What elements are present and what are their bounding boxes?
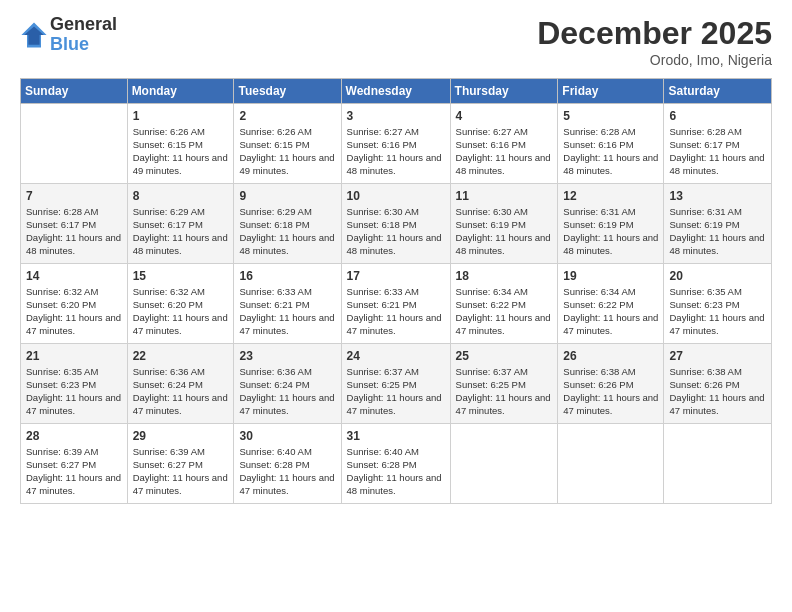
cell-w2-d7: 13Sunrise: 6:31 AMSunset: 6:19 PMDayligh…: [664, 184, 772, 264]
cell-day-number: 26: [563, 348, 658, 364]
cell-sunrise: Sunrise: 6:35 AM: [669, 286, 766, 299]
header-sunday: Sunday: [21, 79, 128, 104]
cell-sunset: Sunset: 6:15 PM: [239, 139, 335, 152]
cell-daylight: Daylight: 11 hours and 48 minutes.: [133, 232, 229, 258]
cell-daylight: Daylight: 11 hours and 48 minutes.: [347, 152, 445, 178]
cell-w1-d2: 1Sunrise: 6:26 AMSunset: 6:15 PMDaylight…: [127, 104, 234, 184]
week-row-3: 14Sunrise: 6:32 AMSunset: 6:20 PMDayligh…: [21, 264, 772, 344]
cell-sunrise: Sunrise: 6:33 AM: [239, 286, 335, 299]
cell-w5-d4: 31Sunrise: 6:40 AMSunset: 6:28 PMDayligh…: [341, 424, 450, 504]
cell-daylight: Daylight: 11 hours and 49 minutes.: [133, 152, 229, 178]
cell-day-number: 23: [239, 348, 335, 364]
cell-sunset: Sunset: 6:22 PM: [456, 299, 553, 312]
cell-sunset: Sunset: 6:27 PM: [133, 459, 229, 472]
cell-sunrise: Sunrise: 6:37 AM: [456, 366, 553, 379]
cell-sunrise: Sunrise: 6:35 AM: [26, 366, 122, 379]
cell-daylight: Daylight: 11 hours and 47 minutes.: [669, 392, 766, 418]
cell-sunset: Sunset: 6:19 PM: [669, 219, 766, 232]
cell-sunset: Sunset: 6:26 PM: [563, 379, 658, 392]
cell-w1-d4: 3Sunrise: 6:27 AMSunset: 6:16 PMDaylight…: [341, 104, 450, 184]
cell-day-number: 7: [26, 188, 122, 204]
cell-day-number: 19: [563, 268, 658, 284]
cell-sunset: Sunset: 6:24 PM: [133, 379, 229, 392]
cell-day-number: 17: [347, 268, 445, 284]
week-row-4: 21Sunrise: 6:35 AMSunset: 6:23 PMDayligh…: [21, 344, 772, 424]
cell-sunrise: Sunrise: 6:34 AM: [456, 286, 553, 299]
cell-daylight: Daylight: 11 hours and 47 minutes.: [347, 312, 445, 338]
cell-w5-d6: [558, 424, 664, 504]
logo-general-text: General: [50, 15, 117, 35]
cell-sunset: Sunset: 6:22 PM: [563, 299, 658, 312]
cell-sunset: Sunset: 6:23 PM: [669, 299, 766, 312]
cell-sunrise: Sunrise: 6:28 AM: [26, 206, 122, 219]
cell-daylight: Daylight: 11 hours and 48 minutes.: [456, 152, 553, 178]
week-row-2: 7Sunrise: 6:28 AMSunset: 6:17 PMDaylight…: [21, 184, 772, 264]
cell-daylight: Daylight: 11 hours and 48 minutes.: [563, 232, 658, 258]
cell-day-number: 18: [456, 268, 553, 284]
cell-sunrise: Sunrise: 6:32 AM: [133, 286, 229, 299]
cell-sunset: Sunset: 6:21 PM: [239, 299, 335, 312]
cell-w2-d4: 10Sunrise: 6:30 AMSunset: 6:18 PMDayligh…: [341, 184, 450, 264]
calendar-table: Sunday Monday Tuesday Wednesday Thursday…: [20, 78, 772, 504]
cell-daylight: Daylight: 11 hours and 47 minutes.: [26, 392, 122, 418]
cell-daylight: Daylight: 11 hours and 48 minutes.: [669, 152, 766, 178]
logo-blue-text: Blue: [50, 35, 117, 55]
cell-sunset: Sunset: 6:18 PM: [239, 219, 335, 232]
cell-sunset: Sunset: 6:19 PM: [456, 219, 553, 232]
header-thursday: Thursday: [450, 79, 558, 104]
calendar-header: Sunday Monday Tuesday Wednesday Thursday…: [21, 79, 772, 104]
cell-daylight: Daylight: 11 hours and 48 minutes.: [347, 232, 445, 258]
cell-day-number: 8: [133, 188, 229, 204]
cell-sunset: Sunset: 6:26 PM: [669, 379, 766, 392]
cell-daylight: Daylight: 11 hours and 47 minutes.: [347, 392, 445, 418]
cell-sunset: Sunset: 6:27 PM: [26, 459, 122, 472]
cell-w3-d3: 16Sunrise: 6:33 AMSunset: 6:21 PMDayligh…: [234, 264, 341, 344]
cell-day-number: 30: [239, 428, 335, 444]
cell-sunrise: Sunrise: 6:36 AM: [133, 366, 229, 379]
week-row-5: 28Sunrise: 6:39 AMSunset: 6:27 PMDayligh…: [21, 424, 772, 504]
cell-day-number: 22: [133, 348, 229, 364]
cell-sunrise: Sunrise: 6:38 AM: [563, 366, 658, 379]
cell-w1-d7: 6Sunrise: 6:28 AMSunset: 6:17 PMDaylight…: [664, 104, 772, 184]
cell-sunrise: Sunrise: 6:32 AM: [26, 286, 122, 299]
calendar-body: 1Sunrise: 6:26 AMSunset: 6:15 PMDaylight…: [21, 104, 772, 504]
cell-daylight: Daylight: 11 hours and 49 minutes.: [239, 152, 335, 178]
cell-sunrise: Sunrise: 6:31 AM: [669, 206, 766, 219]
cell-day-number: 14: [26, 268, 122, 284]
cell-sunrise: Sunrise: 6:27 AM: [456, 126, 553, 139]
cell-sunset: Sunset: 6:17 PM: [133, 219, 229, 232]
cell-sunrise: Sunrise: 6:29 AM: [239, 206, 335, 219]
cell-daylight: Daylight: 11 hours and 47 minutes.: [239, 392, 335, 418]
cell-sunset: Sunset: 6:20 PM: [26, 299, 122, 312]
cell-sunset: Sunset: 6:25 PM: [456, 379, 553, 392]
cell-daylight: Daylight: 11 hours and 47 minutes.: [26, 312, 122, 338]
cell-sunrise: Sunrise: 6:34 AM: [563, 286, 658, 299]
cell-sunset: Sunset: 6:15 PM: [133, 139, 229, 152]
cell-day-number: 31: [347, 428, 445, 444]
cell-sunset: Sunset: 6:23 PM: [26, 379, 122, 392]
cell-sunrise: Sunrise: 6:40 AM: [347, 446, 445, 459]
cell-sunrise: Sunrise: 6:29 AM: [133, 206, 229, 219]
cell-sunrise: Sunrise: 6:26 AM: [133, 126, 229, 139]
cell-w3-d6: 19Sunrise: 6:34 AMSunset: 6:22 PMDayligh…: [558, 264, 664, 344]
cell-sunset: Sunset: 6:24 PM: [239, 379, 335, 392]
cell-day-number: 2: [239, 108, 335, 124]
cell-w4-d4: 24Sunrise: 6:37 AMSunset: 6:25 PMDayligh…: [341, 344, 450, 424]
header-tuesday: Tuesday: [234, 79, 341, 104]
cell-daylight: Daylight: 11 hours and 47 minutes.: [239, 472, 335, 498]
cell-daylight: Daylight: 11 hours and 47 minutes.: [26, 472, 122, 498]
cell-w5-d3: 30Sunrise: 6:40 AMSunset: 6:28 PMDayligh…: [234, 424, 341, 504]
cell-w4-d5: 25Sunrise: 6:37 AMSunset: 6:25 PMDayligh…: [450, 344, 558, 424]
cell-w1-d6: 5Sunrise: 6:28 AMSunset: 6:16 PMDaylight…: [558, 104, 664, 184]
cell-sunrise: Sunrise: 6:28 AM: [563, 126, 658, 139]
cell-day-number: 12: [563, 188, 658, 204]
cell-sunset: Sunset: 6:18 PM: [347, 219, 445, 232]
cell-w4-d3: 23Sunrise: 6:36 AMSunset: 6:24 PMDayligh…: [234, 344, 341, 424]
cell-sunset: Sunset: 6:19 PM: [563, 219, 658, 232]
cell-sunrise: Sunrise: 6:36 AM: [239, 366, 335, 379]
header-row: General Blue December 2025 Orodo, Imo, N…: [20, 15, 772, 68]
cell-sunset: Sunset: 6:16 PM: [347, 139, 445, 152]
cell-day-number: 16: [239, 268, 335, 284]
cell-w3-d2: 15Sunrise: 6:32 AMSunset: 6:20 PMDayligh…: [127, 264, 234, 344]
cell-w2-d2: 8Sunrise: 6:29 AMSunset: 6:17 PMDaylight…: [127, 184, 234, 264]
